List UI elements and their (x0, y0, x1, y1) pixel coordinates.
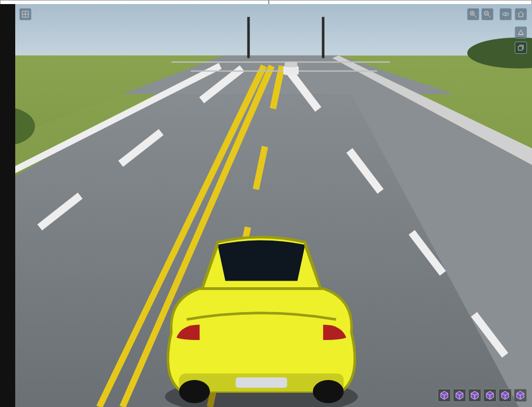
svg-rect-137 (15, 4, 532, 62)
svg-rect-147 (283, 66, 299, 75)
svg-point-172 (179, 380, 210, 403)
sim-scene (15, 4, 532, 407)
ortho-button[interactable] (515, 42, 527, 54)
svg-rect-171 (236, 378, 287, 388)
zoom-in-button[interactable] (467, 8, 479, 20)
cube-view-top[interactable] (483, 389, 496, 402)
svg-rect-148 (285, 62, 297, 67)
orbit-button[interactable] (500, 8, 512, 20)
cube-view-side[interactable] (468, 389, 481, 402)
svg-line-182 (488, 15, 490, 17)
svg-point-173 (313, 380, 344, 403)
cube-view-front[interactable] (453, 389, 466, 402)
svg-line-178 (474, 15, 476, 17)
home-button[interactable] (515, 8, 527, 20)
sim-left-strip (0, 4, 15, 407)
cube-view-custom[interactable] (514, 389, 527, 402)
simulation-3d-window (0, 0, 532, 163)
cube-view-back[interactable] (499, 389, 512, 402)
svg-point-184 (505, 13, 507, 15)
sim-viewport[interactable] (15, 4, 532, 407)
zoom-out-button[interactable] (481, 8, 493, 20)
cube-view-iso[interactable] (438, 389, 451, 402)
perspective-button[interactable] (515, 26, 527, 39)
grid-toggle-button[interactable] (19, 8, 31, 20)
